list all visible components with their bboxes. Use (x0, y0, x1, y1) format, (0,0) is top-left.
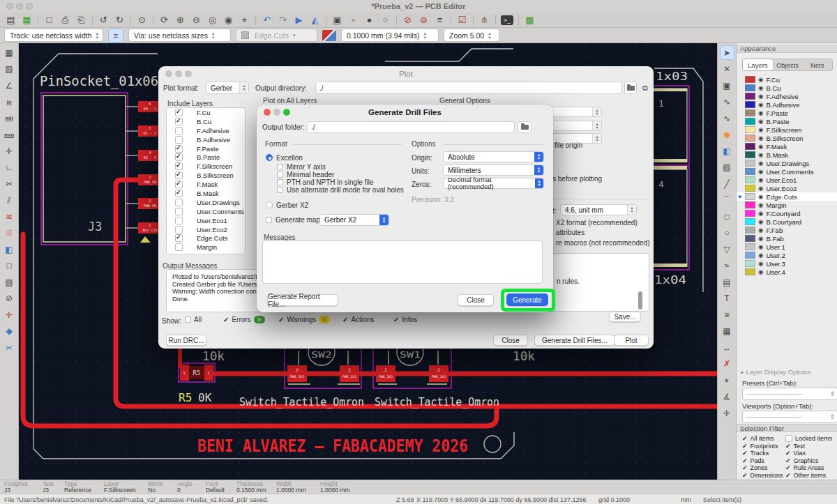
selection-filter-item[interactable]: ✓ Tracks (742, 450, 785, 457)
generate-report-file-button[interactable]: Generate Report File... (267, 294, 338, 306)
layer-row[interactable]: ▶ ◉ User.Eco2 (737, 184, 837, 192)
include-layer-row[interactable]: B.Mask (167, 189, 245, 198)
pth-npth-checkbox[interactable] (277, 179, 283, 185)
zoom-selection-icon[interactable]: ⌖ (236, 14, 252, 26)
close-dialog-icon[interactable] (165, 70, 172, 77)
redo-icon[interactable]: ↻ (112, 14, 128, 26)
open-directory-icon[interactable]: ⧉ (640, 82, 651, 94)
visibility-eye-icon[interactable]: ◉ (758, 252, 763, 259)
layer-row[interactable]: ▶ ◉ User.Comments (737, 167, 837, 176)
visibility-eye-icon[interactable]: ◉ (758, 176, 763, 183)
track-width-select[interactable]: Track: use netclass width ▴▾ (4, 29, 103, 42)
rule-area-icon[interactable]: ▨ (720, 160, 734, 175)
tune-length-icon[interactable]: ∿ (720, 111, 734, 125)
local-coordinates-icon[interactable]: ∟ (2, 160, 17, 175)
visibility-eye-icon[interactable]: ◉ (758, 227, 763, 234)
layer-row[interactable]: ▶ ◉ F.Mask (737, 142, 837, 151)
footprint-checker-icon[interactable]: ⊘ (400, 14, 416, 26)
drc-icon[interactable]: ☑ (454, 14, 470, 26)
rotate-ccw-icon[interactable]: ↶ (259, 14, 275, 26)
selection-filter-item[interactable]: ✓ Graphics (785, 457, 836, 465)
layer-color-swatch[interactable] (745, 185, 755, 192)
units-mils-icon[interactable]: mil (2, 111, 17, 125)
layer-color-swatch[interactable] (745, 218, 755, 225)
visibility-eye-icon[interactable]: ◉ (758, 126, 763, 133)
minimize-dialog-icon[interactable] (273, 109, 280, 116)
output-directory-input[interactable]: ./ (315, 82, 622, 94)
layer-color-swatch[interactable] (745, 135, 755, 142)
grid-origin-icon[interactable]: ✛ (720, 406, 734, 420)
layer-color-swatch[interactable] (745, 176, 755, 183)
layer-row[interactable]: ▶ ◉ User.Drawings (737, 159, 837, 167)
browse-folder-button[interactable] (518, 121, 531, 133)
layer-color-swatch[interactable] (745, 168, 755, 175)
zoom-dialog-icon[interactable] (185, 70, 192, 77)
close-button[interactable]: Close (493, 335, 528, 346)
selection-filter-item[interactable]: ✓ Dimensions (742, 472, 785, 480)
rotate-cw-icon[interactable]: ↷ (275, 14, 291, 26)
layer-row[interactable]: ▶ ◉ F.Courtyard (737, 209, 837, 217)
draw-polygon-icon[interactable]: ▽ (720, 242, 734, 257)
show-actions-filter[interactable]: ✓ Actions (342, 316, 374, 323)
draw-spline-icon[interactable]: ≈ (720, 259, 734, 273)
checkbox[interactable] (175, 226, 183, 234)
map-format-select[interactable]: Gerber X2▲▼ (319, 214, 389, 226)
include-layer-row[interactable]: F.Cu (167, 108, 245, 117)
highlight-nets-icon[interactable]: ≋ (2, 209, 17, 224)
selection-filter-item[interactable]: ✓ All items (742, 435, 785, 443)
drill-origin-icon[interactable]: ⌖ (720, 373, 734, 388)
checkbox[interactable] (175, 127, 183, 135)
zone-hatch-icon[interactable]: ▧ (2, 275, 17, 289)
include-layer-row[interactable]: F.Adhesive (167, 126, 245, 135)
scaling-select[interactable]: ▲▼ (549, 121, 602, 131)
layer-row[interactable]: ▶ ◉ User.1 (737, 243, 837, 251)
plot-format-select[interactable]: Gerber▲▼ (206, 82, 249, 94)
add-textbox-icon[interactable]: ≡ (720, 307, 734, 322)
visibility-eye-icon[interactable]: ◉ (758, 185, 763, 192)
interactive-router-icon[interactable]: ⋔ (476, 14, 492, 26)
selection-filter-item[interactable]: ✓ Locked items (785, 435, 836, 443)
layer-row[interactable]: ▶ ◉ B.Silkscreen (737, 134, 837, 142)
oval-holes-checkbox[interactable] (277, 187, 283, 193)
run-drc-button[interactable]: Run DRC... (166, 335, 206, 346)
layer-row[interactable]: ▶ ◉ B.Fab (737, 234, 837, 243)
delete-tool-icon[interactable]: ✗ (720, 357, 734, 372)
zeros-select[interactable]: Decimal format (recommended)▲▼ (443, 178, 544, 189)
appearance-tab[interactable]: Nets (802, 59, 832, 70)
highlight-connection-icon[interactable]: ✕ (720, 62, 734, 77)
zoom-in-icon[interactable]: ⊕ (172, 14, 188, 26)
selection-filter-item[interactable]: ✓ Zones (742, 464, 785, 472)
minimize-dialog-icon[interactable] (175, 70, 182, 77)
r5-footprint[interactable]: 1 2 R5 (180, 365, 213, 381)
via-size-select[interactable]: Via: use netclass sizes ▴▾ (128, 29, 231, 42)
checkbox[interactable] (175, 208, 183, 215)
track-width-menu-icon[interactable]: ≡ (108, 29, 123, 43)
visibility-eye-icon[interactable]: ◉ (758, 218, 763, 225)
undo-icon[interactable]: ↺ (96, 14, 112, 26)
include-layer-row[interactable]: F.Paste (167, 144, 245, 153)
origin-select[interactable]: Absolute▲▼ (443, 151, 544, 162)
layer-row[interactable]: ▶ ◉ B.Cu (737, 84, 837, 92)
layer-color-swatch[interactable] (745, 227, 755, 234)
grid-select[interactable]: 0.1000 mm (3.94 mils) ▴▾ (341, 29, 439, 42)
coordinate-format-select[interactable]: 4.6, unit mm▲▼ (560, 204, 637, 215)
include-layer-row[interactable]: F.Mask (167, 180, 245, 189)
checkbox[interactable] (175, 243, 183, 251)
layer-row[interactable]: ▶ ◉ F.Silkscreen (737, 125, 837, 134)
layer-color-swatch[interactable] (745, 210, 755, 217)
visibility-eye-icon[interactable]: ◉ (758, 151, 763, 158)
checkbox[interactable] (175, 199, 183, 206)
visibility-eye-icon[interactable]: ◉ (758, 109, 763, 116)
flip-icon[interactable]: ▶ (291, 14, 307, 26)
grid-override-icon[interactable]: ▨ (2, 62, 17, 77)
visibility-eye-icon[interactable]: ◉ (758, 135, 763, 142)
footprint-wizard-icon[interactable]: ▩ (522, 14, 538, 26)
close-button[interactable]: Close (458, 294, 494, 306)
layer-color-swatch[interactable] (745, 201, 755, 208)
ratsnest-scissors-icon[interactable]: ✂ (2, 176, 17, 191)
checkbox[interactable] (175, 171, 183, 179)
checkbox[interactable] (175, 145, 183, 153)
layer-color-swatch[interactable] (745, 193, 755, 200)
layer-row[interactable]: ▶ ◉ Margin (737, 201, 837, 209)
add-footprint-icon[interactable]: ▣ (720, 78, 734, 93)
